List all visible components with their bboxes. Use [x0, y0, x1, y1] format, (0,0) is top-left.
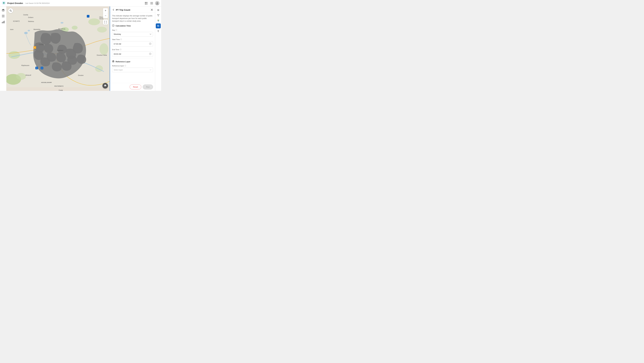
- panel-back-button[interactable]: [112, 9, 115, 11]
- right-panel: PT Trip Count This indicator displays th…: [110, 7, 155, 91]
- panel-close-button[interactable]: [151, 9, 153, 11]
- style-toolbar-button[interactable]: [156, 18, 161, 23]
- filter-toolbar-button[interactable]: [156, 13, 161, 18]
- map-zoom-controls: + −: [103, 8, 108, 18]
- day-field-group: Day ⓘ Weekday: [112, 29, 153, 37]
- svg-rect-53: [158, 26, 159, 27]
- svg-point-48: [158, 20, 159, 21]
- reference-layer-info-icon[interactable]: ⓘ: [124, 65, 126, 67]
- svg-rect-1: [145, 2, 146, 3]
- svg-rect-10: [2, 16, 4, 16]
- panel-title: PT Trip Count: [116, 9, 150, 11]
- pin-toolbar-button[interactable]: [156, 29, 161, 34]
- svg-point-21: [88, 19, 100, 25]
- end-time-input[interactable]: 09:00 AM: [112, 51, 153, 57]
- svg-rect-6: [150, 3, 153, 3]
- reference-layer-section-header: Reference Layer: [112, 60, 153, 63]
- reference-layer-title: Reference Layer: [116, 61, 130, 63]
- svg-point-46: [158, 11, 158, 11]
- reference-layer-input[interactable]: Select layer: [112, 68, 153, 72]
- svg-point-8: [157, 2, 158, 3]
- day-input[interactable]: Weekday: [112, 32, 153, 37]
- svg-line-29: [11, 11, 12, 12]
- day-info-icon[interactable]: ⓘ: [116, 29, 117, 31]
- svg-line-37: [150, 44, 151, 44]
- run-button[interactable]: Run: [143, 85, 153, 89]
- svg-point-47: [158, 20, 158, 21]
- day-field-label: Day ⓘ: [112, 29, 153, 31]
- svg-point-44: [158, 9, 158, 10]
- panel-header: PT Trip Count: [110, 7, 155, 13]
- svg-point-24: [95, 65, 103, 72]
- svg-rect-52: [158, 26, 158, 27]
- svg-point-25: [24, 32, 28, 34]
- header: Project Dresden Last Saved: 01:59 PM 28/…: [0, 0, 161, 7]
- svg-point-23: [100, 43, 108, 55]
- main-area: Ockrilla Gröbern SCHWITZ Niederau issen …: [0, 7, 161, 91]
- last-saved: Last Saved: 01:59 PM 28/03/2024: [25, 2, 50, 4]
- map-layers-button[interactable]: [102, 83, 108, 89]
- zoom-in-button[interactable]: +: [103, 8, 108, 13]
- map-expand-button[interactable]: [103, 20, 108, 25]
- svg-line-40: [150, 54, 151, 54]
- end-time-field-group: End Time ⓘ 09:00 AM: [112, 49, 153, 57]
- analytics-button[interactable]: [0, 19, 6, 25]
- svg-point-49: [158, 21, 159, 22]
- svg-point-16: [8, 51, 20, 59]
- calculation-time-section-header: Calculation Time: [112, 25, 153, 27]
- svg-rect-13: [3, 21, 4, 23]
- svg-point-22: [97, 27, 107, 33]
- reference-layer-label: Reference layer ⓘ: [112, 65, 153, 67]
- start-time-label: Start Time ⓘ: [112, 38, 153, 41]
- svg-rect-7: [150, 4, 153, 4]
- map-area[interactable]: Ockrilla Gröbern SCHWITZ Niederau issen …: [6, 7, 110, 91]
- project-title: Project Dresden: [7, 2, 23, 5]
- panel-footer: Reset Run: [110, 83, 155, 91]
- road-badge-4a: 4: [35, 67, 38, 69]
- svg-rect-9: [2, 15, 4, 15]
- svg-rect-14: [4, 21, 4, 23]
- svg-rect-50: [158, 25, 158, 26]
- svg-point-55: [158, 31, 158, 31]
- user-avatar[interactable]: [155, 1, 160, 6]
- zoom-out-button[interactable]: −: [103, 13, 108, 18]
- panel-body: This indicator displays the average numb…: [110, 13, 155, 83]
- svg-point-27: [60, 22, 64, 24]
- svg-rect-2: [146, 2, 147, 3]
- svg-rect-3: [145, 4, 146, 5]
- end-time-info-icon[interactable]: ⓘ: [120, 49, 122, 51]
- menu-lines-icon[interactable]: [150, 1, 154, 6]
- reference-layer-field-group: Reference layer ⓘ Select layer: [112, 65, 153, 72]
- reset-button[interactable]: Reset: [130, 85, 141, 89]
- road-badge-4b: 4: [40, 67, 43, 69]
- calculation-time-title: Calculation Time: [116, 25, 131, 27]
- reference-layer-placeholder: Select layer: [114, 69, 123, 71]
- svg-rect-12: [2, 22, 2, 23]
- svg-line-34: [113, 26, 114, 26]
- svg-point-26: [28, 30, 30, 32]
- end-time-label: End Time ⓘ: [112, 49, 153, 51]
- svg-rect-4: [146, 4, 147, 5]
- svg-point-28: [10, 10, 11, 11]
- map-search-button[interactable]: [8, 8, 13, 13]
- tools-toolbar-button[interactable]: [156, 24, 161, 28]
- start-time-input[interactable]: 07:00 AM: [112, 41, 153, 47]
- layers-section-icon: [112, 60, 114, 63]
- layers-button[interactable]: [0, 8, 6, 13]
- start-time-clock-icon: [149, 43, 152, 45]
- clock-section-icon: [112, 25, 114, 27]
- map-controls: [8, 8, 13, 13]
- svg-rect-51: [158, 25, 159, 26]
- svg-point-18: [16, 73, 26, 80]
- settings-toolbar-button[interactable]: [156, 8, 161, 13]
- svg-point-20: [72, 26, 78, 30]
- start-time-field-group: Start Time ⓘ 07:00 AM: [112, 38, 153, 47]
- svg-rect-11: [2, 17, 4, 17]
- start-time-info-icon[interactable]: ⓘ: [120, 38, 122, 41]
- svg-rect-5: [150, 2, 153, 3]
- far-right-toolbar: [155, 7, 161, 91]
- svg-point-45: [158, 10, 159, 11]
- menu-button[interactable]: [0, 14, 6, 19]
- panel-description: This indicator displays the average numb…: [112, 15, 153, 22]
- grid-icon[interactable]: [144, 1, 148, 6]
